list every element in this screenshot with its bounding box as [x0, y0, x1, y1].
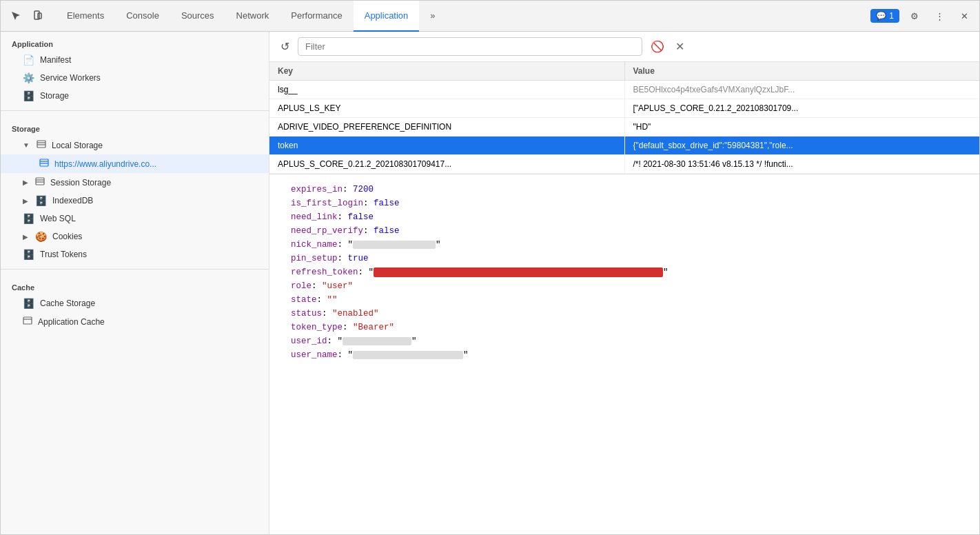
- sidebar-item-storage-app[interactable]: 🗄️ Storage: [1, 87, 269, 105]
- sidebar-item-local-storage[interactable]: ▼ Local Storage: [1, 136, 269, 154]
- table-row[interactable]: APLUS_LS_KEY ["APLUS_S_CORE_0.21.2_20210…: [269, 99, 979, 118]
- settings-icon[interactable]: ⚙: [905, 6, 924, 26]
- cache-section-title: Cache: [1, 275, 269, 294]
- tab-more[interactable]: »: [419, 1, 446, 32]
- table-row[interactable]: ADRIVE_VIDEO_PREFERENCE_DEFINITION "HD": [269, 118, 979, 137]
- svg-rect-5: [40, 159, 48, 166]
- svg-rect-0: [34, 11, 39, 19]
- json-line: need_rp_verify: false: [280, 224, 968, 238]
- table-row[interactable]: token {"default_sbox_drive_id":"59804381…: [269, 137, 979, 155]
- expand-local-storage-icon: ▼: [23, 141, 30, 149]
- filter-input[interactable]: [298, 37, 642, 56]
- table-header: Key Value: [269, 62, 979, 81]
- sidebar-item-manifest[interactable]: 📄 Manifest: [1, 51, 269, 69]
- expand-indexeddb-icon: ▶: [23, 197, 28, 205]
- json-line: nick_name: "": [280, 238, 968, 252]
- more-options-icon[interactable]: ⋮: [930, 6, 949, 26]
- tab-bar-left: [6, 6, 48, 26]
- tab-performance[interactable]: Performance: [280, 1, 353, 32]
- storage-app-icon: 🗄️: [23, 90, 34, 101]
- cache-storage-icon: 🗄️: [23, 298, 34, 309]
- sidebar-item-service-workers[interactable]: ⚙️ Service Workers: [1, 69, 269, 87]
- json-line: user_id: "": [280, 334, 968, 348]
- message-badge[interactable]: 💬 1: [870, 9, 899, 23]
- right-panel: ↺ 🚫 ✕ Key Value: [269, 32, 979, 534]
- json-line: pin_setup: true: [280, 252, 968, 265]
- json-line: status: "enabled": [280, 307, 968, 321]
- tab-bar: Elements Console Sources Network Perform…: [1, 1, 979, 32]
- local-storage-icon: [37, 139, 46, 151]
- tab-console[interactable]: Console: [115, 1, 170, 32]
- table-upper: Key Value lsg__ BE5OHlxco4p4txeGafs4VMXa…: [269, 62, 979, 174]
- blurred-user-id: [343, 337, 411, 345]
- filter-actions: 🚫 ✕: [648, 37, 687, 56]
- json-line: is_first_login: false: [280, 196, 968, 210]
- main-content: Application 📄 Manifest ⚙️ Service Worker…: [1, 32, 979, 534]
- table-cell-value: BE5OHlxco4p4txeGafs4VMXanylQzxLJbF...: [625, 81, 980, 99]
- local-storage-url-icon: [39, 158, 49, 170]
- table-cell-key: token: [269, 137, 625, 154]
- clear-filter-icon[interactable]: 🚫: [648, 37, 667, 56]
- table-cell-value: {"default_sbox_drive_id":"59804381","rol…: [625, 137, 980, 154]
- indexeddb-icon: 🗄️: [35, 195, 47, 206]
- sidebar: Application 📄 Manifest ⚙️ Service Worker…: [1, 32, 269, 534]
- tab-elements[interactable]: Elements: [56, 1, 115, 32]
- col-value-header: Value: [625, 62, 980, 80]
- tab-list: Elements Console Sources Network Perform…: [56, 1, 870, 32]
- device-icon[interactable]: [28, 6, 48, 26]
- sidebar-item-cache-storage[interactable]: 🗄️ Cache Storage: [1, 294, 269, 312]
- table-cell-value: /*! 2021-08-30 13:51:46 v8.15.13 */ !fun…: [625, 155, 980, 173]
- json-line: need_link: false: [280, 210, 968, 224]
- cursor-icon[interactable]: [6, 6, 25, 26]
- sidebar-item-local-storage-url[interactable]: https://www.aliyundrive.co...: [1, 154, 269, 173]
- trust-tokens-icon: 🗄️: [23, 249, 34, 260]
- tab-bar-right: 💬 1 ⚙ ⋮ ✕: [870, 6, 974, 26]
- json-line: state: "": [280, 293, 968, 307]
- table-cell-value: "HD": [625, 118, 980, 136]
- table-cell-key: APLUS_LS_KEY: [269, 99, 625, 117]
- application-section-title: Application: [1, 32, 269, 51]
- svg-rect-11: [23, 317, 32, 324]
- table-cell-key: lsg__: [269, 81, 625, 99]
- json-line: user_name: "": [280, 348, 968, 362]
- svg-rect-2: [37, 141, 45, 148]
- table-cell-key: ADRIVE_VIDEO_PREFERENCE_DEFINITION: [269, 118, 625, 136]
- sidebar-item-cookies[interactable]: ▶ 🍪 Cookies: [1, 228, 269, 245]
- sidebar-divider-2: [1, 269, 269, 270]
- websql-icon: 🗄️: [23, 213, 34, 224]
- message-icon: 💬: [876, 11, 886, 21]
- tab-sources[interactable]: Sources: [170, 1, 225, 32]
- table-cell-key: APLUS_S_CORE_0.21.2_202108301709417...: [269, 155, 625, 173]
- manifest-icon: 📄: [23, 54, 34, 65]
- sidebar-item-trust-tokens[interactable]: 🗄️ Trust Tokens: [1, 245, 269, 263]
- session-storage-icon: [35, 176, 45, 188]
- close-icon[interactable]: ✕: [955, 6, 974, 26]
- sidebar-item-websql[interactable]: 🗄️ Web SQL: [1, 210, 269, 228]
- json-preview: expires_in: 7200 is_first_login: false n…: [269, 174, 979, 534]
- json-line: expires_in: 7200: [280, 183, 968, 196]
- table-row[interactable]: APLUS_S_CORE_0.21.2_202108301709417... /…: [269, 155, 979, 174]
- application-cache-icon: [23, 316, 32, 327]
- devtools-window: Elements Console Sources Network Perform…: [0, 0, 980, 535]
- sidebar-item-session-storage[interactable]: ▶ Session Storage: [1, 173, 269, 192]
- json-line: refresh_token: "": [280, 265, 968, 279]
- tab-application[interactable]: Application: [354, 1, 420, 32]
- svg-rect-8: [36, 178, 44, 185]
- expand-session-storage-icon: ▶: [23, 179, 28, 186]
- sidebar-item-indexeddb[interactable]: ▶ 🗄️ IndexedDB: [1, 192, 269, 210]
- sidebar-divider-1: [1, 110, 269, 111]
- filter-bar: ↺ 🚫 ✕: [269, 32, 979, 62]
- json-line: token_type: "Bearer": [280, 321, 968, 334]
- tab-network[interactable]: Network: [225, 1, 280, 32]
- sidebar-item-application-cache[interactable]: Application Cache: [1, 312, 269, 331]
- json-line: role: "user": [280, 279, 968, 293]
- cookies-icon: 🍪: [35, 231, 47, 242]
- expand-cookies-icon: ▶: [23, 233, 28, 241]
- refresh-button[interactable]: ↺: [278, 37, 292, 56]
- close-filter-icon[interactable]: ✕: [673, 37, 687, 56]
- blurred-user-name: [353, 351, 463, 359]
- blurred-value: [353, 241, 436, 249]
- table-row[interactable]: lsg__ BE5OHlxco4p4txeGafs4VMXanylQzxLJbF…: [269, 81, 979, 99]
- col-key-header: Key: [269, 62, 625, 80]
- storage-section-title: Storage: [1, 117, 269, 136]
